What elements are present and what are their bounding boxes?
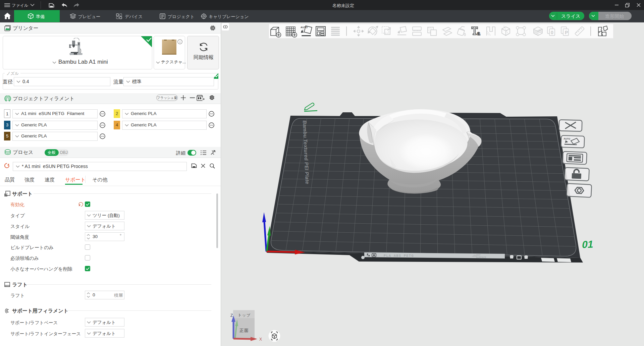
svg-text:Z: Z bbox=[230, 313, 233, 318]
svg-text:P: P bbox=[565, 30, 568, 35]
svg-text:トップ: トップ bbox=[238, 313, 251, 317]
svg-text:SURFACE: SURFACE bbox=[476, 256, 486, 258]
svg-text:正面: 正面 bbox=[239, 328, 249, 333]
svg-text:01: 01 bbox=[581, 238, 594, 250]
svg-text:HOT: HOT bbox=[476, 254, 481, 256]
svg-text:PLA ABS PETG: PLA ABS PETG bbox=[384, 254, 414, 258]
svg-text:X: X bbox=[259, 337, 262, 342]
svg-text:a: a bbox=[477, 30, 480, 37]
svg-text:AUTO: AUTO bbox=[564, 137, 570, 140]
svg-text:0: 0 bbox=[551, 30, 553, 35]
